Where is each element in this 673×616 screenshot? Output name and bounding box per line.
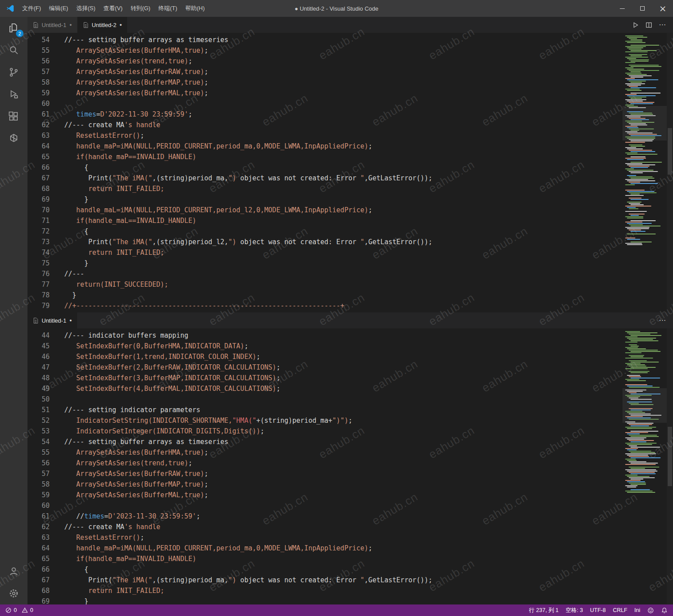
menu-item-2[interactable]: 选择(S) [72,0,99,17]
menu-item-1[interactable]: 编辑(E) [45,0,72,17]
code-line[interactable]: 68 return INIT_FAILED; [27,585,622,596]
code-line[interactable]: 48 SetIndexBuffer(3,BufferMAP,INDICATOR_… [27,373,622,383]
run-file-button[interactable] [632,22,639,28]
code-line[interactable]: 54//--- setting buffer arrays as timeser… [27,437,622,447]
code-line[interactable]: 62//--- create MA's handle [27,522,622,532]
code-line[interactable]: 72 { [27,226,622,237]
code-line[interactable]: 70 handle_maL=iMA(NULL,PERIOD_CURRENT,pe… [27,205,622,215]
account-icon[interactable] [0,560,27,582]
minimize-button[interactable] [612,0,632,17]
code-line[interactable]: 59 ArraySetAsSeries(BufferMAL,true); [27,490,622,500]
code-line[interactable]: 69 } [27,194,622,205]
code-line[interactable]: 67 Print("The iMA(",(string)period_ma,")… [27,575,622,585]
code-line[interactable]: 50 [27,394,622,405]
code-line[interactable]: 64 handle_maP=iMA(NULL,PERIOD_CURRENT,pe… [27,543,622,554]
language-mode[interactable]: Ini [634,607,640,613]
code-line[interactable]: 71 if(handle_maL==INVALID_HANDLE) [27,215,622,226]
code-line[interactable]: 67 Print("The iMA(",(string)period_ma,")… [27,173,622,183]
minimap-slider[interactable] [622,106,667,140]
cursor-position[interactable]: 行 237, 列 1 [529,607,559,614]
code-line[interactable]: 58 ArraySetAsSeries(BufferMAP,true); [27,479,622,490]
feedback-icon[interactable] [647,607,654,614]
bell-icon[interactable] [661,607,668,614]
minimap-line [629,81,646,82]
code-line[interactable]: 63 ResetLastError(); [27,130,622,141]
openai-icon[interactable] [0,128,27,150]
code-line[interactable]: 59 ArraySetAsSeries(BufferMAL,true); [27,88,622,98]
code-editor-bottom[interactable]: 44//--- indicator buffers mapping45 SetI… [27,328,622,604]
code-line[interactable]: 63 ResetLastError(); [27,532,622,543]
modified-indicator[interactable]: ● [70,319,72,323]
code-line[interactable]: 62//--- create MA's handle [27,120,622,130]
tab-untitled-1[interactable]: Untitled-1● [27,17,78,33]
modified-indicator[interactable]: ● [120,23,122,27]
code-line[interactable]: 64 handle_maP=iMA(NULL,PERIOD_CURRENT,pe… [27,141,622,152]
menu-item-6[interactable]: 帮助(H) [181,0,209,17]
more-actions-button[interactable]: ⋯ [659,317,666,324]
code-line[interactable]: 61 //times=D'2023-11-30 23:59:59'; [27,511,622,522]
explorer-icon[interactable]: 2 [0,17,27,39]
code-line[interactable]: 45 SetIndexBuffer(0,BufferHMA,INDICATOR_… [27,341,622,351]
menu-item-3[interactable]: 查看(V) [99,0,126,17]
code-line[interactable]: 66 { [27,162,622,173]
code-line[interactable]: 51//--- setting indicator parameters [27,405,622,415]
split-editor-button[interactable] [646,22,652,28]
minimap-bottom[interactable] [622,328,667,604]
menu-item-5[interactable]: 终端(T) [154,0,181,17]
code-line[interactable]: 60 [27,500,622,511]
code-line[interactable]: 76//--- [27,269,622,279]
code-line[interactable]: 73 Print("The iMA(",(string)period_l2,")… [27,237,622,247]
tab-untitled-1[interactable]: Untitled-1● [27,312,78,328]
menu-item-0[interactable]: 文件(F) [18,0,45,17]
code-line[interactable]: 47 SetIndexBuffer(2,BufferRAW,INDICATOR_… [27,362,622,373]
maximize-button[interactable] [632,0,653,17]
code-line[interactable]: 69 } [27,596,622,604]
code-line[interactable]: 44//--- indicator buffers mapping [27,330,622,341]
code-line[interactable]: 53 IndicatorSetInteger(INDICATOR_DIGITS,… [27,426,622,437]
scrollbar-top[interactable] [667,33,673,312]
eol[interactable]: CRLF [613,607,627,613]
code-line[interactable]: 57 ArraySetAsSeries(BufferRAW,true); [27,66,622,77]
scrollbar-thumb[interactable] [668,427,672,486]
run-debug-icon[interactable] [0,83,27,105]
code-line[interactable]: 61 times=D'2022-11-30 23:59:59'; [27,109,622,120]
minimap-top[interactable] [622,33,667,312]
code-line[interactable]: 57 ArraySetAsSeries(BufferRAW,true); [27,468,622,479]
indentation[interactable]: 空格: 3 [566,607,583,614]
code-line[interactable]: 74 return INIT_FAILED; [27,247,622,258]
code-line[interactable]: 55 ArraySetAsSeries(BufferHMA,true); [27,447,622,458]
code-line[interactable]: 66 { [27,564,622,575]
code-line[interactable]: 52 IndicatorSetString(INDICATOR_SHORTNAM… [27,415,622,426]
code-line[interactable]: 54//--- setting buffer arrays as timeser… [27,35,622,45]
code-line[interactable]: 55 ArraySetAsSeries(BufferHMA,true); [27,45,622,56]
code-line[interactable]: 75 } [27,258,622,269]
code-line[interactable]: 56 ArraySetAsSeries(trend,true); [27,458,622,468]
minimap-slider[interactable] [622,388,667,423]
code-line[interactable]: 46 SetIndexBuffer(1,trend,INDICATOR_COLO… [27,351,622,362]
scrollbar-thumb[interactable] [668,128,672,175]
code-line[interactable]: 68 return INIT_FAILED; [27,183,622,194]
scrollbar-bottom[interactable] [667,328,673,604]
code-line[interactable]: 65 if(handle_maP==INVALID_HANDLE) [27,554,622,564]
search-icon[interactable] [0,39,27,61]
code-line[interactable]: 65 if(handle_maP==INVALID_HANDLE) [27,152,622,162]
code-text: handle_maP=iMA(NULL,PERIOD_CURRENT,perio… [50,543,372,554]
code-line[interactable]: 49 SetIndexBuffer(4,BufferMAL,INDICATOR_… [27,383,622,394]
problems-indicator[interactable]: 0 0 [5,607,33,613]
code-line[interactable]: 60 [27,98,622,109]
settings-gear-icon[interactable] [0,582,27,604]
encoding[interactable]: UTF-8 [590,607,606,613]
code-line[interactable]: 58 ArraySetAsSeries(BufferMAP,true); [27,77,622,88]
source-control-icon[interactable] [0,61,27,83]
code-line[interactable]: 56 ArraySetAsSeries(trend,true); [27,56,622,66]
code-line[interactable]: 79//+-----------------------------------… [27,300,622,311]
extensions-icon[interactable] [0,105,27,128]
more-actions-button[interactable]: ⋯ [659,21,666,28]
menu-item-4[interactable]: 转到(G) [127,0,155,17]
close-button[interactable]: × [653,0,673,17]
code-editor-top[interactable]: 54//--- setting buffer arrays as timeser… [27,33,622,312]
modified-indicator[interactable]: ● [70,23,72,27]
tab-untitled-2[interactable]: Untitled-2● [78,17,128,33]
code-line[interactable]: 77 return(INIT_SUCCEEDED); [27,279,622,290]
code-line[interactable]: 78 } [27,290,622,300]
